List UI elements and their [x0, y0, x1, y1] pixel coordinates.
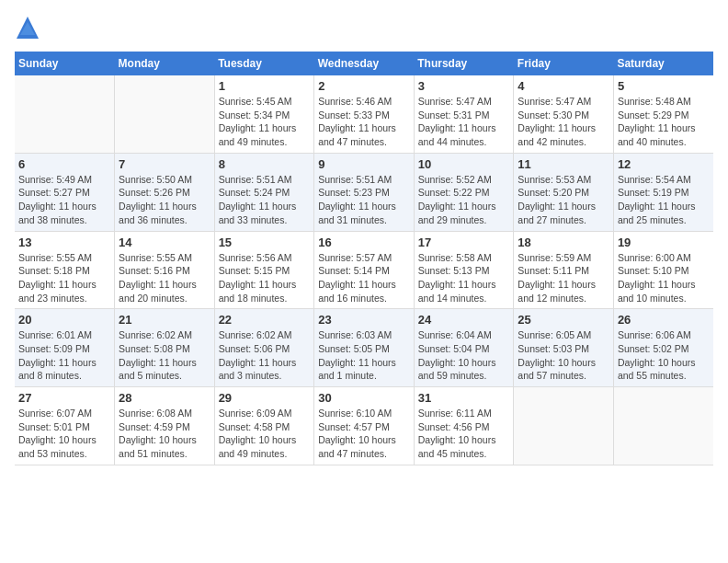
- day-number: 13: [18, 236, 110, 249]
- day-info: Sunrise: 5:45 AM Sunset: 5:34 PM Dayligh…: [219, 95, 311, 149]
- day-number: 14: [119, 236, 210, 249]
- day-number: 9: [318, 157, 410, 171]
- day-info: Sunrise: 5:53 AM Sunset: 5:20 PM Dayligh…: [518, 173, 609, 227]
- day-number: 23: [318, 313, 410, 327]
- day-number: 29: [219, 391, 311, 405]
- day-header-sunday: Sunday: [15, 52, 115, 75]
- calendar-cell: 5Sunrise: 5:48 AM Sunset: 5:29 PM Daylig…: [613, 75, 713, 153]
- day-header-monday: Monday: [115, 52, 215, 75]
- day-number: 24: [418, 313, 510, 327]
- day-info: Sunrise: 5:58 AM Sunset: 5:13 PM Dayligh…: [418, 251, 510, 305]
- calendar-week-row: 20Sunrise: 6:01 AM Sunset: 5:09 PM Dayli…: [15, 309, 713, 387]
- calendar-cell: 1Sunrise: 5:45 AM Sunset: 5:34 PM Daylig…: [214, 75, 314, 153]
- calendar-cell: 2Sunrise: 5:46 AM Sunset: 5:33 PM Daylig…: [314, 75, 415, 153]
- day-info: Sunrise: 6:09 AM Sunset: 4:58 PM Dayligh…: [219, 407, 311, 461]
- calendar-header: SundayMondayTuesdayWednesdayThursdayFrid…: [15, 52, 713, 75]
- day-number: 20: [18, 313, 110, 327]
- calendar-cell: 8Sunrise: 5:51 AM Sunset: 5:24 PM Daylig…: [214, 153, 314, 231]
- calendar-cell: [15, 75, 115, 153]
- day-number: 6: [18, 157, 110, 171]
- calendar-week-row: 27Sunrise: 6:07 AM Sunset: 5:01 PM Dayli…: [15, 387, 713, 465]
- calendar-week-row: 1Sunrise: 5:45 AM Sunset: 5:34 PM Daylig…: [15, 75, 713, 153]
- day-info: Sunrise: 5:55 AM Sunset: 5:18 PM Dayligh…: [18, 251, 110, 305]
- day-number: 31: [418, 391, 510, 405]
- day-info: Sunrise: 5:55 AM Sunset: 5:16 PM Dayligh…: [119, 251, 210, 305]
- day-number: 27: [18, 391, 110, 405]
- calendar-cell: 19Sunrise: 6:00 AM Sunset: 5:10 PM Dayli…: [613, 231, 713, 309]
- calendar-cell: 30Sunrise: 6:10 AM Sunset: 4:57 PM Dayli…: [314, 387, 415, 465]
- day-info: Sunrise: 5:46 AM Sunset: 5:33 PM Dayligh…: [318, 95, 410, 149]
- day-number: 19: [618, 236, 710, 249]
- day-info: Sunrise: 6:03 AM Sunset: 5:05 PM Dayligh…: [318, 328, 410, 383]
- calendar-cell: 10Sunrise: 5:52 AM Sunset: 5:22 PM Dayli…: [414, 153, 514, 231]
- calendar-cell: 9Sunrise: 5:51 AM Sunset: 5:23 PM Daylig…: [314, 153, 415, 231]
- day-info: Sunrise: 5:47 AM Sunset: 5:31 PM Dayligh…: [418, 95, 510, 149]
- day-info: Sunrise: 5:52 AM Sunset: 5:22 PM Dayligh…: [418, 173, 510, 227]
- day-info: Sunrise: 6:11 AM Sunset: 4:56 PM Dayligh…: [418, 407, 510, 461]
- day-number: 21: [119, 313, 210, 327]
- calendar-cell: [613, 387, 713, 465]
- day-info: Sunrise: 6:08 AM Sunset: 4:59 PM Dayligh…: [119, 407, 210, 461]
- calendar-cell: 26Sunrise: 6:06 AM Sunset: 5:02 PM Dayli…: [613, 309, 713, 387]
- calendar-cell: 14Sunrise: 5:55 AM Sunset: 5:16 PM Dayli…: [115, 231, 215, 309]
- day-info: Sunrise: 5:47 AM Sunset: 5:30 PM Dayligh…: [518, 95, 609, 149]
- calendar-cell: 18Sunrise: 5:59 AM Sunset: 5:11 PM Dayli…: [514, 231, 614, 309]
- day-info: Sunrise: 6:05 AM Sunset: 5:03 PM Dayligh…: [518, 328, 609, 383]
- calendar-cell: 3Sunrise: 5:47 AM Sunset: 5:31 PM Daylig…: [414, 75, 514, 153]
- day-info: Sunrise: 5:51 AM Sunset: 5:23 PM Dayligh…: [318, 173, 410, 227]
- day-info: Sunrise: 6:04 AM Sunset: 5:04 PM Dayligh…: [418, 328, 510, 383]
- day-info: Sunrise: 6:06 AM Sunset: 5:02 PM Dayligh…: [618, 328, 710, 383]
- day-number: 8: [219, 157, 311, 171]
- calendar-cell: 25Sunrise: 6:05 AM Sunset: 5:03 PM Dayli…: [514, 309, 614, 387]
- logo: [15, 15, 44, 40]
- logo-icon: [15, 15, 40, 40]
- calendar-cell: 31Sunrise: 6:11 AM Sunset: 4:56 PM Dayli…: [414, 387, 514, 465]
- calendar-cell: 29Sunrise: 6:09 AM Sunset: 4:58 PM Dayli…: [214, 387, 314, 465]
- calendar-cell: 22Sunrise: 6:02 AM Sunset: 5:06 PM Dayli…: [214, 309, 314, 387]
- day-number: 18: [518, 236, 609, 249]
- day-info: Sunrise: 5:50 AM Sunset: 5:26 PM Dayligh…: [119, 173, 210, 227]
- calendar-cell: 13Sunrise: 5:55 AM Sunset: 5:18 PM Dayli…: [15, 231, 115, 309]
- calendar: SundayMondayTuesdayWednesdayThursdayFrid…: [15, 52, 713, 465]
- day-info: Sunrise: 6:02 AM Sunset: 5:08 PM Dayligh…: [119, 328, 210, 383]
- day-number: 25: [518, 313, 609, 327]
- day-header-tuesday: Tuesday: [214, 52, 314, 75]
- calendar-cell: [115, 75, 215, 153]
- calendar-cell: 20Sunrise: 6:01 AM Sunset: 5:09 PM Dayli…: [15, 309, 115, 387]
- calendar-cell: 16Sunrise: 5:57 AM Sunset: 5:14 PM Dayli…: [314, 231, 415, 309]
- day-header-wednesday: Wednesday: [314, 52, 415, 75]
- day-number: 17: [418, 236, 510, 249]
- calendar-cell: [514, 387, 614, 465]
- day-number: 30: [318, 391, 410, 405]
- day-info: Sunrise: 6:00 AM Sunset: 5:10 PM Dayligh…: [618, 251, 710, 305]
- day-info: Sunrise: 5:51 AM Sunset: 5:24 PM Dayligh…: [219, 173, 311, 227]
- calendar-week-row: 13Sunrise: 5:55 AM Sunset: 5:18 PM Dayli…: [15, 231, 713, 309]
- day-header-saturday: Saturday: [613, 52, 713, 75]
- day-number: 5: [618, 79, 710, 93]
- calendar-cell: 7Sunrise: 5:50 AM Sunset: 5:26 PM Daylig…: [115, 153, 215, 231]
- calendar-cell: 23Sunrise: 6:03 AM Sunset: 5:05 PM Dayli…: [314, 309, 415, 387]
- day-number: 16: [318, 236, 410, 249]
- day-info: Sunrise: 5:59 AM Sunset: 5:11 PM Dayligh…: [518, 251, 609, 305]
- day-header-friday: Friday: [514, 52, 614, 75]
- calendar-cell: 24Sunrise: 6:04 AM Sunset: 5:04 PM Dayli…: [414, 309, 514, 387]
- calendar-cell: 17Sunrise: 5:58 AM Sunset: 5:13 PM Dayli…: [414, 231, 514, 309]
- day-number: 28: [119, 391, 210, 405]
- day-info: Sunrise: 5:56 AM Sunset: 5:15 PM Dayligh…: [219, 251, 311, 305]
- calendar-cell: 4Sunrise: 5:47 AM Sunset: 5:30 PM Daylig…: [514, 75, 614, 153]
- day-info: Sunrise: 6:01 AM Sunset: 5:09 PM Dayligh…: [18, 328, 110, 383]
- calendar-cell: 21Sunrise: 6:02 AM Sunset: 5:08 PM Dayli…: [115, 309, 215, 387]
- calendar-week-row: 6Sunrise: 5:49 AM Sunset: 5:27 PM Daylig…: [15, 153, 713, 231]
- day-info: Sunrise: 5:57 AM Sunset: 5:14 PM Dayligh…: [318, 251, 410, 305]
- day-number: 26: [618, 313, 710, 327]
- day-header-thursday: Thursday: [414, 52, 514, 75]
- day-info: Sunrise: 6:02 AM Sunset: 5:06 PM Dayligh…: [219, 328, 311, 383]
- day-info: Sunrise: 5:49 AM Sunset: 5:27 PM Dayligh…: [18, 173, 110, 227]
- calendar-cell: 27Sunrise: 6:07 AM Sunset: 5:01 PM Dayli…: [15, 387, 115, 465]
- day-number: 3: [418, 79, 510, 93]
- day-number: 10: [418, 157, 510, 171]
- day-number: 4: [518, 79, 609, 93]
- calendar-cell: 28Sunrise: 6:08 AM Sunset: 4:59 PM Dayli…: [115, 387, 215, 465]
- calendar-cell: 11Sunrise: 5:53 AM Sunset: 5:20 PM Dayli…: [514, 153, 614, 231]
- calendar-cell: 15Sunrise: 5:56 AM Sunset: 5:15 PM Dayli…: [214, 231, 314, 309]
